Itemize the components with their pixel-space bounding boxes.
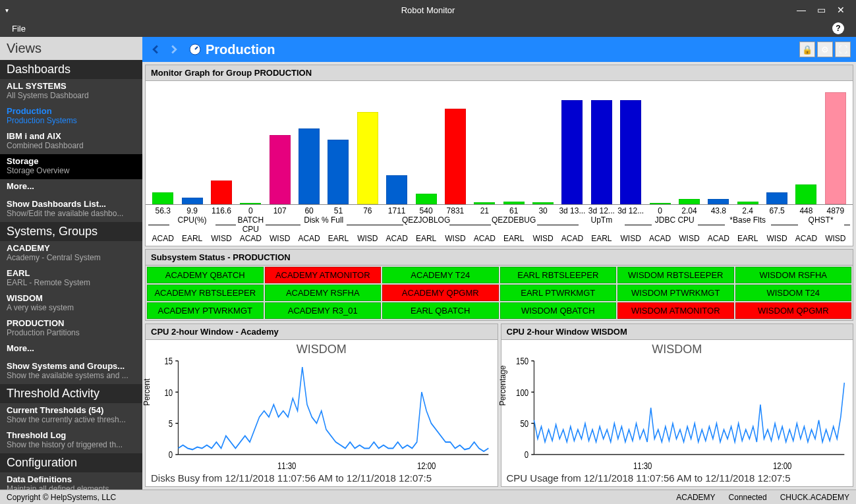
file-menu[interactable]: File: [12, 24, 26, 34]
systems-section: Systems, Groups: [0, 222, 142, 241]
bar-1[interactable]: [177, 198, 206, 204]
bar-sys-21: WISD: [762, 234, 791, 243]
bar-2[interactable]: [207, 181, 236, 204]
dashboard-item-4[interactable]: More...: [0, 179, 142, 195]
subsys-cell-17[interactable]: WISDOM QPGMR: [735, 302, 852, 319]
dashboard-item-1[interactable]: ProductionProduction Systems: [0, 104, 142, 129]
system-item-3[interactable]: PRODUCTIONProduction Partitions: [0, 316, 142, 341]
bar-22[interactable]: [791, 184, 820, 204]
bar-8[interactable]: [382, 175, 411, 204]
group-label-6: JDBC CPU: [645, 215, 704, 234]
bar-0[interactable]: [148, 192, 177, 204]
bar-value-19: 43.8: [704, 205, 733, 215]
subsys-cell-7[interactable]: ACADEMY RSFHA: [265, 285, 382, 301]
settings-button[interactable]: ⚙: [817, 42, 833, 57]
show-dashboards-link[interactable]: Show Dashboards List... Show/Edit the av…: [0, 195, 142, 222]
subsys-cell-8[interactable]: ACADEMY QPGMR: [382, 285, 499, 301]
group-label-1: BATCH CPU: [236, 215, 265, 234]
system-item-2[interactable]: WISDOMA very wise system: [0, 291, 142, 316]
svg-text:0: 0: [524, 449, 528, 461]
threshold-item-0[interactable]: Current Thresholds (54)Show the currentl…: [0, 403, 142, 428]
subsys-cell-11[interactable]: WISDOM T24: [735, 285, 852, 301]
subsys-cell-15[interactable]: WISDOM QBATCH: [500, 302, 617, 319]
bar-19[interactable]: [704, 199, 733, 204]
bar-value-21: 67.5: [762, 205, 791, 215]
subsys-cell-4[interactable]: WISDOM RBTSLEEPER: [617, 267, 734, 283]
system-item-4[interactable]: More...: [0, 341, 142, 357]
line-chart[interactable]: 05010015011:3012:00: [507, 356, 848, 472]
svg-text:5: 5: [169, 418, 173, 429]
bar-value-16: 3d 12...: [616, 205, 645, 215]
subsys-cell-9[interactable]: EARL PTWRKMGT: [500, 285, 617, 301]
bar-5[interactable]: [295, 128, 324, 204]
subsys-cell-3[interactable]: EARL RBTSLEEPER: [500, 267, 617, 283]
bar-value-3: 0: [236, 205, 265, 215]
bar-value-17: 0: [645, 205, 674, 215]
group-label-0: CPU(%): [148, 215, 236, 234]
config-item-0[interactable]: Data DefinitionsMaintain all defined ele…: [0, 472, 142, 490]
subsys-cell-0[interactable]: ACADEMY QBATCH: [147, 267, 264, 283]
back-button[interactable]: [148, 42, 163, 57]
subsystem-title: Subsystem Status - PRODUCTION: [146, 250, 853, 266]
group-label-7: *Base Flts: [704, 215, 791, 234]
config-section: Configuration: [0, 453, 142, 472]
views-header: Views: [0, 37, 142, 60]
subsys-cell-5[interactable]: WISDOM RSFHA: [735, 267, 852, 283]
dashboard-item-3[interactable]: StorageStorage Overview: [0, 154, 142, 179]
svg-text:50: 50: [520, 418, 528, 429]
group-label-4: QEZDEBUG: [470, 215, 557, 234]
bar-value-11: 21: [470, 205, 499, 215]
bar-18[interactable]: [675, 199, 704, 204]
bar-7[interactable]: [353, 112, 382, 204]
bar-15[interactable]: [587, 100, 616, 204]
bar-sys-6: EARL: [324, 234, 353, 243]
bar-sys-20: EARL: [733, 234, 762, 243]
system-item-1[interactable]: EARLEARL - Remote System: [0, 266, 142, 291]
dashboard-item-2[interactable]: IBM i and AIXCombined Dashboard: [0, 129, 142, 154]
subsys-cell-1[interactable]: ACADEMY ATMONITOR: [265, 267, 382, 283]
bar-sys-15: EARL: [587, 234, 616, 243]
help-icon[interactable]: ?: [832, 22, 844, 34]
bar-10[interactable]: [441, 109, 470, 204]
bar-23[interactable]: [821, 92, 850, 204]
expand-button[interactable]: ⛶: [835, 42, 851, 57]
bar-sys-22: ACAD: [791, 234, 820, 243]
bar-sys-2: WISD: [207, 234, 236, 243]
cpu-right-caption: CPU Usage from 12/11/2018 11:07:56 AM to…: [507, 472, 848, 484]
threshold-item-1[interactable]: Threshold LogShow the history of trigger…: [0, 428, 142, 453]
subsys-cell-14[interactable]: EARL QBATCH: [382, 302, 499, 319]
bar-value-8: 1711: [382, 205, 411, 215]
forward-button[interactable]: [166, 42, 182, 57]
bar-sys-4: WISD: [266, 234, 295, 243]
cpu-left-title: WISDOM: [151, 343, 492, 356]
bar-16[interactable]: [616, 100, 645, 204]
subsys-cell-16[interactable]: WISDOM ATMONITOR: [617, 302, 734, 319]
bar-6[interactable]: [324, 140, 353, 204]
dashboard-item-0[interactable]: ALL SYSTEMSAll Systems Dashboard: [0, 79, 142, 104]
bar-value-12: 61: [499, 205, 528, 215]
show-systems-link[interactable]: Show Systems and Groups... Show the avai…: [0, 357, 142, 384]
bar-value-10: 7831: [441, 205, 470, 215]
bar-value-14: 3d 13...: [557, 205, 586, 215]
svg-text:10: 10: [164, 387, 173, 398]
bar-value-18: 2.04: [675, 205, 704, 215]
bar-sys-17: ACAD: [645, 234, 674, 243]
window-title: Robot Monitor: [0, 5, 856, 15]
monitor-graph-title: Monitor Graph for Group PRODUCTION: [146, 65, 853, 81]
subsys-cell-12[interactable]: ACADEMY PTWRKMGT: [147, 302, 264, 319]
bar-4[interactable]: [266, 135, 295, 204]
subsys-cell-2[interactable]: ACADEMY T24: [382, 267, 499, 283]
bar-9[interactable]: [411, 194, 440, 204]
system-item-0[interactable]: ACADEMYAcademy - Central System: [0, 241, 142, 266]
lock-button[interactable]: 🔒: [799, 42, 815, 57]
subsys-cell-10[interactable]: WISDOM PTWRKMGT: [617, 285, 734, 301]
menubar: File ?: [0, 20, 856, 37]
subsys-cell-13[interactable]: ACADEMY R3_01: [265, 302, 382, 319]
bar-14[interactable]: [557, 100, 586, 204]
line-chart[interactable]: 05101511:3012:00: [151, 356, 492, 472]
y-axis-label: Percentage: [498, 366, 507, 406]
bar-sys-3: ACAD: [236, 234, 265, 243]
bar-value-13: 30: [528, 205, 557, 215]
bar-21[interactable]: [762, 192, 791, 204]
subsys-cell-6[interactable]: ACADEMY RBTSLEEPER: [147, 285, 264, 301]
